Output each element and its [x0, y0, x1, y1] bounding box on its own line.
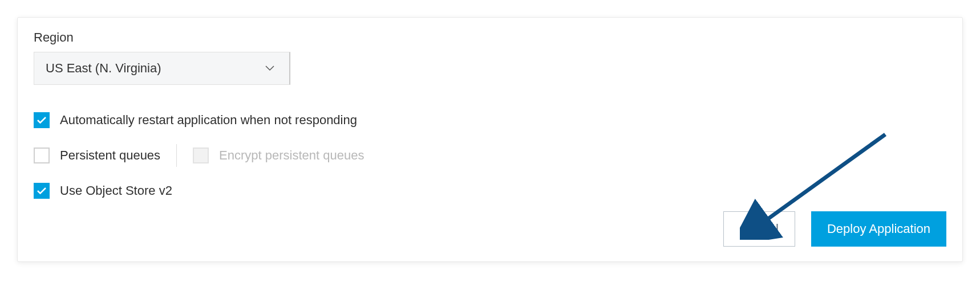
region-select-value: US East (N. Virginia) — [46, 61, 161, 76]
divider — [176, 144, 177, 167]
persistent-queues-checkbox[interactable] — [34, 148, 50, 163]
persistent-queues-row: Persistent queues Encrypt persistent que… — [34, 144, 946, 167]
auto-restart-label: Automatically restart application when n… — [60, 113, 357, 128]
auto-restart-checkbox[interactable] — [34, 112, 50, 128]
auto-restart-row: Automatically restart application when n… — [34, 112, 946, 128]
object-store-label: Use Object Store v2 — [60, 183, 172, 198]
object-store-row: Use Object Store v2 — [34, 183, 946, 199]
cancel-button[interactable]: Cancel — [723, 211, 795, 247]
chevron-down-icon — [265, 65, 274, 71]
region-field: Region US East (N. Virginia) — [34, 30, 946, 85]
region-select[interactable]: US East (N. Virginia) — [34, 52, 290, 85]
button-row: Cancel Deploy Application — [34, 211, 946, 247]
region-label: Region — [34, 30, 946, 45]
options-block: Automatically restart application when n… — [34, 112, 946, 199]
persistent-queues-label: Persistent queues — [60, 148, 160, 163]
object-store-checkbox[interactable] — [34, 183, 50, 199]
deploy-config-panel: Region US East (N. Virginia) Automatical… — [17, 17, 963, 262]
encrypt-persistent-queues-checkbox — [193, 148, 209, 163]
encrypt-persistent-queues-label: Encrypt persistent queues — [219, 148, 364, 163]
deploy-application-button[interactable]: Deploy Application — [811, 211, 946, 247]
